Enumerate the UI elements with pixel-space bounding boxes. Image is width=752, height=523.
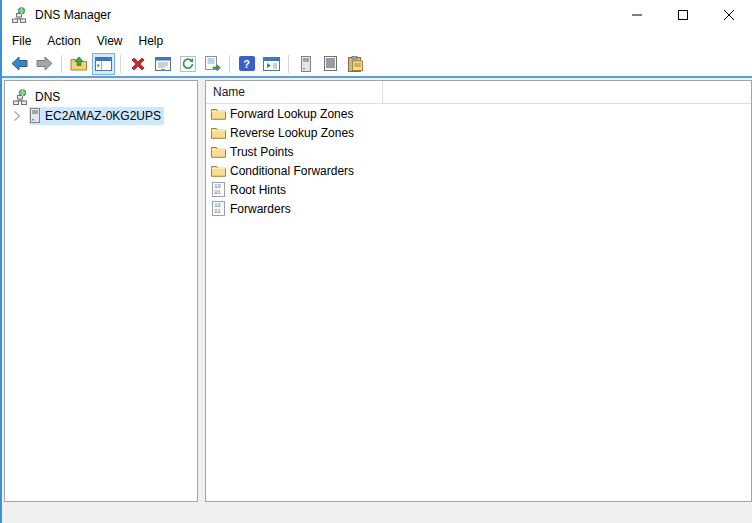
caption-buttons xyxy=(614,0,752,30)
tree-root-label: DNS xyxy=(35,90,60,104)
server-icon xyxy=(301,56,311,72)
dns-root-icon xyxy=(12,89,28,105)
folder-icon xyxy=(210,125,226,140)
binary-page-icon: 1001 xyxy=(210,201,226,216)
menubar: File Action View Help xyxy=(2,30,752,51)
notebook-icon xyxy=(323,56,338,71)
menu-action[interactable]: Action xyxy=(39,31,88,51)
maximize-icon xyxy=(678,10,688,20)
minimize-button[interactable] xyxy=(614,0,660,30)
list-item[interactable]: 1001 Forwarders xyxy=(206,199,751,218)
list-item-label: Forward Lookup Zones xyxy=(230,107,353,121)
minimize-icon xyxy=(632,10,642,20)
close-icon xyxy=(724,10,734,20)
up-one-level-button[interactable] xyxy=(67,53,90,75)
list-item[interactable]: Reverse Lookup Zones xyxy=(206,123,751,142)
menu-help[interactable]: Help xyxy=(131,31,172,51)
help-icon: ? xyxy=(239,56,255,71)
refresh-icon xyxy=(180,56,196,72)
refresh-button[interactable] xyxy=(176,53,199,75)
console-window-play-icon xyxy=(263,57,280,71)
properties-icon xyxy=(155,57,171,71)
statusbar xyxy=(2,503,752,523)
list-item-label: Conditional Forwarders xyxy=(230,164,354,178)
chevron-right-icon[interactable] xyxy=(13,110,29,122)
list-item-label: Trust Points xyxy=(230,145,294,159)
list-item[interactable]: 1001 Root Hints xyxy=(206,180,751,199)
clipboard-icon xyxy=(348,56,363,72)
list-item-label: Forwarders xyxy=(230,202,291,216)
window-title: DNS Manager xyxy=(35,8,111,22)
menu-file[interactable]: File xyxy=(4,31,39,51)
toolbar-separator xyxy=(120,55,121,73)
tree-item-server[interactable]: EC2AMAZ-0KG2UPS xyxy=(5,106,197,125)
toolbar: ? xyxy=(2,51,752,76)
export-list-icon xyxy=(204,56,221,71)
menu-view[interactable]: View xyxy=(89,31,131,51)
back-arrow-icon xyxy=(11,56,28,71)
forward-arrow-icon xyxy=(36,56,53,71)
console-tree-panel-icon xyxy=(95,57,112,71)
toolbar-separator xyxy=(288,55,289,73)
clipboard-button[interactable] xyxy=(344,53,367,75)
new-window-button[interactable] xyxy=(260,53,283,75)
console-tree-pane: DNS EC2AMAZ-0KG2UPS xyxy=(4,80,198,502)
export-list-button[interactable] xyxy=(201,53,224,75)
properties-button[interactable] xyxy=(151,53,174,75)
delete-button[interactable] xyxy=(126,53,149,75)
up-folder-icon xyxy=(70,56,88,71)
toolbar-separator xyxy=(61,55,62,73)
maximize-button[interactable] xyxy=(660,0,706,30)
folder-icon xyxy=(210,106,226,121)
dns-manager-window: DNS Manager File Action View Help xyxy=(0,0,752,523)
details-pane: Name Forward Lookup Zones Reverse Lookup… xyxy=(205,80,752,502)
selected-tree-item[interactable]: EC2AMAZ-0KG2UPS xyxy=(29,107,164,125)
tree-server-label: EC2AMAZ-0KG2UPS xyxy=(45,109,161,123)
tree-item-dns-root[interactable]: DNS xyxy=(5,87,197,106)
server-icon xyxy=(30,108,40,123)
toolbar-separator xyxy=(229,55,230,73)
back-button[interactable] xyxy=(8,53,31,75)
list-item[interactable]: Conditional Forwarders xyxy=(206,161,751,180)
binary-page-icon: 1001 xyxy=(210,182,226,197)
list-item[interactable]: Trust Points xyxy=(206,142,751,161)
column-header-name[interactable]: Name xyxy=(206,81,383,103)
list-header: Name xyxy=(206,81,751,104)
close-button[interactable] xyxy=(706,0,752,30)
forward-button[interactable] xyxy=(33,53,56,75)
server-button[interactable] xyxy=(294,53,317,75)
list-item-label: Reverse Lookup Zones xyxy=(230,126,354,140)
show-hide-console-tree-button[interactable] xyxy=(92,53,115,75)
notebook-button[interactable] xyxy=(319,53,342,75)
help-button[interactable]: ? xyxy=(235,53,258,75)
list-item[interactable]: Forward Lookup Zones xyxy=(206,104,751,123)
titlebar: DNS Manager xyxy=(2,0,752,30)
folder-icon xyxy=(210,144,226,159)
dns-app-icon xyxy=(11,7,27,23)
delete-x-icon xyxy=(130,56,146,72)
folder-icon xyxy=(210,163,226,178)
list-item-label: Root Hints xyxy=(230,183,286,197)
